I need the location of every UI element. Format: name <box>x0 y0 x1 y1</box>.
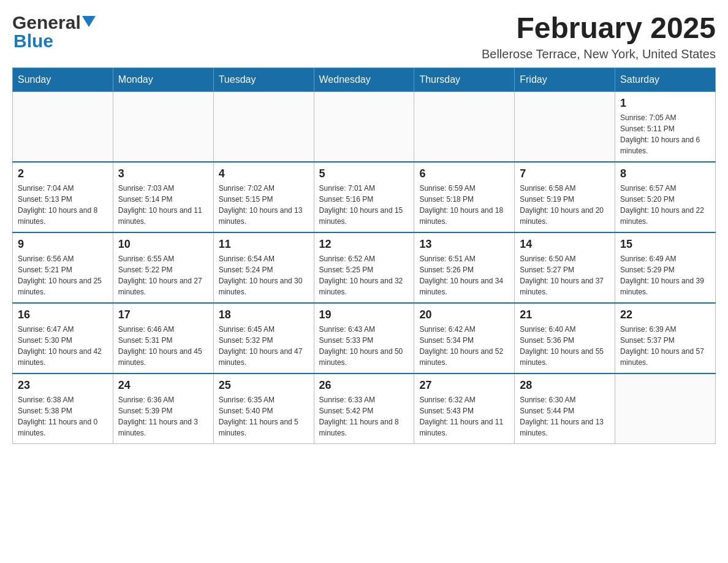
calendar-cell: 13Sunrise: 6:51 AMSunset: 5:26 PMDayligh… <box>414 232 515 303</box>
calendar-cell <box>213 91 314 162</box>
day-number: 11 <box>219 238 309 251</box>
calendar-cell: 26Sunrise: 6:33 AMSunset: 5:42 PMDayligh… <box>314 373 414 444</box>
calendar-week-row: 1Sunrise: 7:05 AMSunset: 5:11 PMDaylight… <box>13 91 716 162</box>
day-number: 17 <box>118 308 208 321</box>
day-info: Sunrise: 6:40 AMSunset: 5:36 PMDaylight:… <box>520 324 610 368</box>
logo: General Blue <box>12 12 96 52</box>
day-number: 4 <box>219 167 309 180</box>
logo-general-text: General <box>12 12 81 33</box>
day-of-week-header: Thursday <box>414 67 515 91</box>
month-title: February 2025 <box>482 12 716 45</box>
day-number: 25 <box>219 379 309 392</box>
day-of-week-header: Friday <box>515 67 615 91</box>
calendar-week-row: 16Sunrise: 6:47 AMSunset: 5:30 PMDayligh… <box>13 303 716 373</box>
day-number: 2 <box>18 167 108 180</box>
day-number: 7 <box>520 167 610 180</box>
day-number: 27 <box>419 379 509 392</box>
day-number: 19 <box>319 308 409 321</box>
calendar-cell: 3Sunrise: 7:03 AMSunset: 5:14 PMDaylight… <box>113 162 213 232</box>
day-number: 1 <box>620 97 710 110</box>
calendar-cell: 6Sunrise: 6:59 AMSunset: 5:18 PMDaylight… <box>414 162 515 232</box>
calendar-week-row: 9Sunrise: 6:56 AMSunset: 5:21 PMDaylight… <box>13 232 716 303</box>
calendar-cell <box>13 91 113 162</box>
calendar-cell: 28Sunrise: 6:30 AMSunset: 5:44 PMDayligh… <box>515 373 615 444</box>
day-info: Sunrise: 6:45 AMSunset: 5:32 PMDaylight:… <box>219 324 309 368</box>
day-number: 14 <box>520 238 610 251</box>
day-info: Sunrise: 6:57 AMSunset: 5:20 PMDaylight:… <box>620 183 710 227</box>
calendar-cell: 14Sunrise: 6:50 AMSunset: 5:27 PMDayligh… <box>515 232 615 303</box>
day-info: Sunrise: 6:52 AMSunset: 5:25 PMDaylight:… <box>319 253 409 297</box>
day-number: 12 <box>319 238 409 251</box>
day-info: Sunrise: 6:55 AMSunset: 5:22 PMDaylight:… <box>118 253 208 297</box>
calendar-cell: 4Sunrise: 7:02 AMSunset: 5:15 PMDaylight… <box>213 162 314 232</box>
day-info: Sunrise: 7:03 AMSunset: 5:14 PMDaylight:… <box>118 183 208 227</box>
day-info: Sunrise: 6:30 AMSunset: 5:44 PMDaylight:… <box>520 394 610 439</box>
calendar-week-row: 2Sunrise: 7:04 AMSunset: 5:13 PMDaylight… <box>13 162 716 232</box>
day-number: 28 <box>520 379 610 392</box>
day-number: 20 <box>419 308 509 321</box>
calendar-header-row: SundayMondayTuesdayWednesdayThursdayFrid… <box>13 67 716 91</box>
day-info: Sunrise: 6:56 AMSunset: 5:21 PMDaylight:… <box>18 253 108 297</box>
calendar-cell <box>113 91 213 162</box>
day-number: 18 <box>219 308 309 321</box>
calendar-week-row: 23Sunrise: 6:38 AMSunset: 5:38 PMDayligh… <box>13 373 716 444</box>
day-number: 8 <box>620 167 710 180</box>
calendar-cell: 23Sunrise: 6:38 AMSunset: 5:38 PMDayligh… <box>13 373 113 444</box>
calendar-table: SundayMondayTuesdayWednesdayThursdayFrid… <box>12 67 716 444</box>
calendar-cell: 17Sunrise: 6:46 AMSunset: 5:31 PMDayligh… <box>113 303 213 373</box>
calendar-cell: 2Sunrise: 7:04 AMSunset: 5:13 PMDaylight… <box>13 162 113 232</box>
day-info: Sunrise: 6:42 AMSunset: 5:34 PMDaylight:… <box>419 324 509 368</box>
day-number: 3 <box>118 167 208 180</box>
calendar-cell <box>515 91 615 162</box>
day-info: Sunrise: 6:46 AMSunset: 5:31 PMDaylight:… <box>118 324 208 368</box>
day-info: Sunrise: 7:05 AMSunset: 5:11 PMDaylight:… <box>620 112 710 156</box>
calendar-cell <box>615 373 716 444</box>
location-text: Bellerose Terrace, New York, United Stat… <box>482 47 716 61</box>
calendar-cell <box>314 91 414 162</box>
day-info: Sunrise: 6:47 AMSunset: 5:30 PMDaylight:… <box>18 324 108 368</box>
calendar-cell: 25Sunrise: 6:35 AMSunset: 5:40 PMDayligh… <box>213 373 314 444</box>
day-info: Sunrise: 6:59 AMSunset: 5:18 PMDaylight:… <box>419 183 509 227</box>
day-info: Sunrise: 6:33 AMSunset: 5:42 PMDaylight:… <box>319 394 409 439</box>
day-info: Sunrise: 7:02 AMSunset: 5:15 PMDaylight:… <box>219 183 309 227</box>
day-number: 21 <box>520 308 610 321</box>
day-number: 10 <box>118 238 208 251</box>
calendar-cell <box>414 91 515 162</box>
day-info: Sunrise: 6:58 AMSunset: 5:19 PMDaylight:… <box>520 183 610 227</box>
calendar-cell: 18Sunrise: 6:45 AMSunset: 5:32 PMDayligh… <box>213 303 314 373</box>
day-info: Sunrise: 6:49 AMSunset: 5:29 PMDaylight:… <box>620 253 710 297</box>
day-info: Sunrise: 6:51 AMSunset: 5:26 PMDaylight:… <box>419 253 509 297</box>
day-info: Sunrise: 6:43 AMSunset: 5:33 PMDaylight:… <box>319 324 409 368</box>
day-number: 9 <box>18 238 108 251</box>
calendar-cell: 8Sunrise: 6:57 AMSunset: 5:20 PMDaylight… <box>615 162 716 232</box>
day-info: Sunrise: 6:32 AMSunset: 5:43 PMDaylight:… <box>419 394 509 439</box>
logo-arrow-icon <box>82 16 96 27</box>
calendar-cell: 19Sunrise: 6:43 AMSunset: 5:33 PMDayligh… <box>314 303 414 373</box>
calendar-cell: 22Sunrise: 6:39 AMSunset: 5:37 PMDayligh… <box>615 303 716 373</box>
calendar-cell: 20Sunrise: 6:42 AMSunset: 5:34 PMDayligh… <box>414 303 515 373</box>
day-number: 26 <box>319 379 409 392</box>
calendar-cell: 21Sunrise: 6:40 AMSunset: 5:36 PMDayligh… <box>515 303 615 373</box>
title-area: February 2025 Bellerose Terrace, New Yor… <box>482 12 716 61</box>
calendar-cell: 7Sunrise: 6:58 AMSunset: 5:19 PMDaylight… <box>515 162 615 232</box>
day-of-week-header: Sunday <box>13 67 113 91</box>
day-of-week-header: Monday <box>113 67 213 91</box>
day-info: Sunrise: 6:35 AMSunset: 5:40 PMDaylight:… <box>219 394 309 439</box>
calendar-cell: 15Sunrise: 6:49 AMSunset: 5:29 PMDayligh… <box>615 232 716 303</box>
day-number: 16 <box>18 308 108 321</box>
svg-marker-0 <box>82 16 96 27</box>
day-info: Sunrise: 7:01 AMSunset: 5:16 PMDaylight:… <box>319 183 409 227</box>
day-of-week-header: Wednesday <box>314 67 414 91</box>
day-info: Sunrise: 6:50 AMSunset: 5:27 PMDaylight:… <box>520 253 610 297</box>
page-header: General Blue February 2025 Bellerose Ter… <box>12 12 716 61</box>
day-of-week-header: Tuesday <box>213 67 314 91</box>
day-number: 23 <box>18 379 108 392</box>
day-info: Sunrise: 6:38 AMSunset: 5:38 PMDaylight:… <box>18 394 108 439</box>
day-number: 15 <box>620 238 710 251</box>
calendar-cell: 27Sunrise: 6:32 AMSunset: 5:43 PMDayligh… <box>414 373 515 444</box>
calendar-cell: 16Sunrise: 6:47 AMSunset: 5:30 PMDayligh… <box>13 303 113 373</box>
calendar-cell: 1Sunrise: 7:05 AMSunset: 5:11 PMDaylight… <box>615 91 716 162</box>
calendar-cell: 5Sunrise: 7:01 AMSunset: 5:16 PMDaylight… <box>314 162 414 232</box>
calendar-cell: 10Sunrise: 6:55 AMSunset: 5:22 PMDayligh… <box>113 232 213 303</box>
calendar-cell: 11Sunrise: 6:54 AMSunset: 5:24 PMDayligh… <box>213 232 314 303</box>
